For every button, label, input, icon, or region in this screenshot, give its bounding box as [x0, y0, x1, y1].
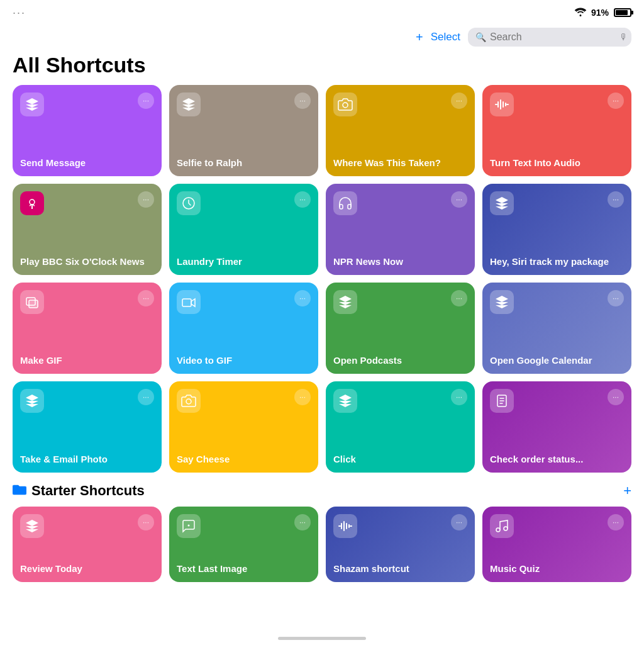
layers-icon [333, 389, 357, 413]
card-menu-hey-siri[interactable]: ··· [608, 191, 624, 208]
starter-card-text-last-image[interactable]: ··· Text Last Image [169, 507, 318, 582]
card-menu-send-message[interactable]: ··· [138, 93, 154, 109]
card-menu-make-gif[interactable]: ··· [138, 290, 154, 306]
card-top: ··· [20, 514, 154, 538]
starter-card-music-quiz[interactable]: ··· Music Quiz [482, 507, 631, 582]
shortcut-card-check-order[interactable]: ··· Check order status... [482, 381, 631, 473]
appclip-icon [490, 389, 514, 413]
shortcut-card-click[interactable]: ··· Click [326, 381, 475, 473]
card-menu-turn-text-into-audio[interactable]: ··· [608, 93, 624, 109]
layers-icon [20, 514, 44, 538]
card-menu-video-to-gif[interactable]: ··· [294, 290, 311, 306]
select-button[interactable]: Select [431, 31, 460, 43]
card-menu-take-email-photo[interactable]: ··· [138, 389, 154, 405]
card-label-text-last-image: Text Last Image [177, 563, 311, 575]
card-menu-click[interactable]: ··· [451, 389, 467, 405]
card-menu-open-google-calendar[interactable]: ··· [608, 290, 624, 306]
layers-icon [333, 290, 357, 314]
card-top: ··· [490, 514, 624, 538]
photos-icon [20, 290, 44, 314]
shortcut-card-npr-news[interactable]: ··· NPR News Now [326, 184, 475, 275]
card-menu-laundry-timer[interactable]: ··· [294, 191, 311, 208]
card-label-shazam-shortcut: Shazam shortcut [333, 563, 467, 575]
podcasts-icon [20, 191, 44, 215]
card-label-npr-news: NPR News Now [333, 255, 467, 268]
shortcut-card-where-was-this-taken[interactable]: ··· Where Was This Taken? [326, 85, 475, 176]
layers-icon [20, 389, 44, 413]
card-menu-play-bbc[interactable]: ··· [138, 191, 154, 208]
card-label-hey-siri: Hey, Siri track my package [490, 255, 624, 268]
add-button[interactable]: + [416, 30, 423, 45]
card-menu-music-quiz[interactable]: ··· [608, 514, 624, 530]
card-menu-text-last-image[interactable]: ··· [294, 514, 311, 530]
svg-point-9 [188, 525, 190, 527]
card-top: ··· [20, 389, 154, 413]
svg-point-1 [30, 199, 35, 205]
card-label-review-today: Review Today [20, 563, 154, 575]
card-label-take-email-photo: Take & Email Photo [20, 453, 154, 466]
battery-icon [614, 8, 631, 17]
card-menu-shazam-shortcut[interactable]: ··· [451, 514, 467, 530]
page-title: All Shortcuts [0, 53, 644, 85]
card-label-selfie-to-ralph: Selfie to Ralph [177, 157, 311, 169]
starter-add-button[interactable]: + [623, 483, 631, 499]
starter-title-text: Starter Shortcuts [31, 483, 145, 499]
shortcuts-grid: ··· Send Message ··· Selfie to Ralph ···… [0, 85, 644, 473]
starter-section-header: Starter Shortcuts + [0, 473, 644, 507]
shortcut-card-say-cheese[interactable]: ··· Say Cheese [169, 381, 318, 473]
starter-section-title: Starter Shortcuts [13, 483, 145, 499]
card-menu-check-order[interactable]: ··· [608, 389, 624, 405]
card-label-click: Click [333, 453, 467, 466]
starter-card-shazam-shortcut[interactable]: ··· Shazam shortcut [326, 507, 475, 582]
toolbar: + Select 🔍 🎙 [0, 25, 644, 53]
shortcut-card-open-podcasts[interactable]: ··· Open Podcasts [326, 283, 475, 374]
shortcut-card-turn-text-into-audio[interactable]: ··· Turn Text Into Audio [482, 85, 631, 176]
card-label-video-to-gif: Video to GIF [177, 354, 311, 367]
card-top: ··· [333, 514, 467, 538]
shortcut-card-make-gif[interactable]: ··· Make GIF [13, 283, 162, 374]
wifi-icon [575, 8, 586, 18]
waveform-icon [333, 514, 357, 538]
svg-point-7 [186, 399, 191, 404]
folder-icon [13, 484, 26, 498]
card-menu-review-today[interactable]: ··· [138, 514, 154, 530]
card-label-make-gif: Make GIF [20, 354, 154, 367]
search-bar[interactable]: 🔍 🎙 [468, 28, 631, 47]
status-right: 91% [575, 8, 631, 18]
clock-icon [177, 191, 201, 215]
card-top: ··· [490, 389, 624, 413]
card-menu-selfie-to-ralph[interactable]: ··· [294, 93, 311, 109]
shortcut-card-hey-siri[interactable]: ··· Hey, Siri track my package [482, 184, 631, 275]
card-top: ··· [177, 389, 311, 413]
card-label-open-podcasts: Open Podcasts [333, 354, 467, 367]
svg-point-10 [496, 528, 500, 532]
card-menu-where-was-this-taken[interactable]: ··· [451, 93, 467, 109]
waveform-icon [490, 93, 514, 116]
camera-icon [177, 389, 201, 413]
shortcut-card-laundry-timer[interactable]: ··· Laundry Timer [169, 184, 318, 275]
svg-point-0 [343, 103, 348, 108]
card-menu-npr-news[interactable]: ··· [451, 191, 467, 208]
mic-icon[interactable]: 🎙 [619, 32, 628, 42]
card-label-music-quiz: Music Quiz [490, 563, 624, 575]
card-label-turn-text-into-audio: Turn Text Into Audio [490, 157, 624, 169]
shortcut-card-take-email-photo[interactable]: ··· Take & Email Photo [13, 381, 162, 473]
card-menu-say-cheese[interactable]: ··· [294, 389, 311, 405]
music-icon [490, 514, 514, 538]
shortcut-card-play-bbc[interactable]: ··· Play BBC Six O'Clock News [13, 184, 162, 275]
card-label-check-order: Check order status... [490, 453, 624, 466]
home-indicator [278, 637, 366, 640]
starter-grid: ··· Review Today ··· Text Last Image ···… [0, 507, 644, 582]
shortcut-card-open-google-calendar[interactable]: ··· Open Google Calendar [482, 283, 631, 374]
shortcut-card-send-message[interactable]: ··· Send Message [13, 85, 162, 176]
shortcut-card-selfie-to-ralph[interactable]: ··· Selfie to Ralph [169, 85, 318, 176]
layers-icon [490, 191, 514, 215]
card-menu-open-podcasts[interactable]: ··· [451, 290, 467, 306]
card-top: ··· [177, 93, 311, 116]
search-input[interactable] [490, 31, 616, 43]
starter-card-review-today[interactable]: ··· Review Today [13, 507, 162, 582]
status-bar: ··· 91% [0, 0, 644, 25]
card-top: ··· [490, 191, 624, 215]
video-icon [177, 290, 201, 314]
shortcut-card-video-to-gif[interactable]: ··· Video to GIF [169, 283, 318, 374]
